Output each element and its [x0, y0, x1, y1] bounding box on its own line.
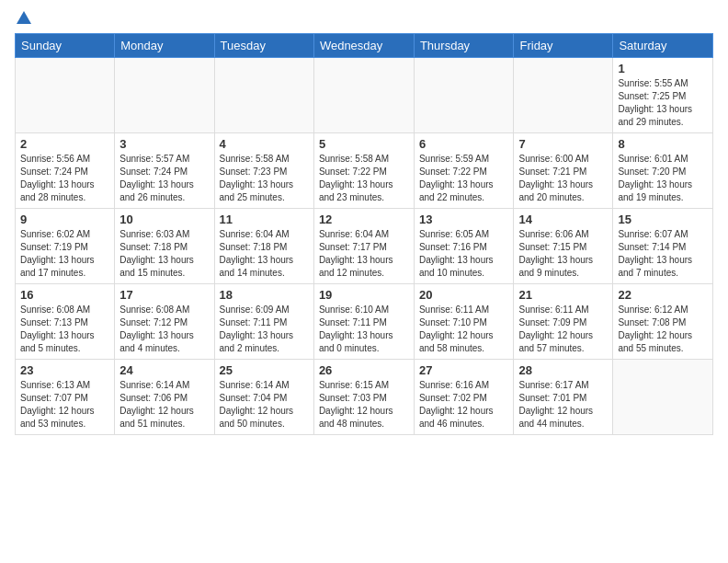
calendar-day-cell: 10Sunrise: 6:03 AM Sunset: 7:18 PM Dayli… [115, 209, 214, 284]
day-number: 8 [618, 137, 708, 151]
calendar-header-cell: Monday [115, 34, 214, 58]
day-number: 19 [319, 288, 409, 302]
calendar-day-cell: 12Sunrise: 6:04 AM Sunset: 7:17 PM Dayli… [313, 209, 414, 284]
day-info: Sunrise: 6:13 AM Sunset: 7:07 PM Dayligh… [20, 379, 109, 431]
day-number: 26 [319, 363, 409, 377]
day-number: 20 [419, 288, 509, 302]
day-number: 2 [20, 137, 109, 151]
calendar-day-cell: 11Sunrise: 6:04 AM Sunset: 7:18 PM Dayli… [214, 209, 313, 284]
calendar-day-cell [313, 58, 414, 133]
day-info: Sunrise: 5:58 AM Sunset: 7:23 PM Dayligh… [220, 153, 309, 204]
calendar-day-cell: 16Sunrise: 6:08 AM Sunset: 7:13 PM Dayli… [16, 284, 115, 360]
page: SundayMondayTuesdayWednesdayThursdayFrid… [0, 0, 728, 442]
calendar-day-cell [414, 58, 514, 133]
calendar-day-cell: 2Sunrise: 5:56 AM Sunset: 7:24 PM Daylig… [16, 133, 115, 209]
calendar-day-cell: 9Sunrise: 6:02 AM Sunset: 7:19 PM Daylig… [16, 209, 115, 284]
day-number: 13 [419, 213, 509, 226]
day-number: 18 [220, 288, 309, 302]
calendar-day-cell: 19Sunrise: 6:10 AM Sunset: 7:11 PM Dayli… [313, 284, 414, 360]
calendar-day-cell: 4Sunrise: 5:58 AM Sunset: 7:23 PM Daylig… [214, 133, 313, 209]
calendar-header-cell: Thursday [414, 34, 514, 58]
day-info: Sunrise: 6:06 AM Sunset: 7:15 PM Dayligh… [518, 228, 608, 280]
calendar-week-row: 16Sunrise: 6:08 AM Sunset: 7:13 PM Dayli… [16, 284, 713, 360]
calendar-body: 1Sunrise: 5:55 AM Sunset: 7:25 PM Daylig… [16, 58, 713, 435]
day-number: 3 [119, 137, 209, 151]
day-info: Sunrise: 6:08 AM Sunset: 7:12 PM Dayligh… [119, 304, 209, 355]
calendar-day-cell: 26Sunrise: 6:15 AM Sunset: 7:03 PM Dayli… [313, 360, 414, 435]
calendar-table: SundayMondayTuesdayWednesdayThursdayFrid… [15, 33, 713, 435]
calendar-week-row: 2Sunrise: 5:56 AM Sunset: 7:24 PM Daylig… [16, 133, 713, 209]
day-info: Sunrise: 6:15 AM Sunset: 7:03 PM Dayligh… [319, 379, 409, 431]
calendar-day-cell [115, 58, 214, 133]
day-number: 6 [419, 137, 509, 151]
day-number: 9 [20, 213, 109, 226]
day-info: Sunrise: 5:57 AM Sunset: 7:24 PM Dayligh… [119, 153, 209, 204]
calendar-day-cell [613, 360, 713, 435]
calendar-week-row: 1Sunrise: 5:55 AM Sunset: 7:25 PM Daylig… [16, 58, 713, 133]
header [15, 11, 713, 24]
calendar-week-row: 23Sunrise: 6:13 AM Sunset: 7:07 PM Dayli… [16, 360, 713, 435]
calendar-day-cell: 24Sunrise: 6:14 AM Sunset: 7:06 PM Dayli… [115, 360, 214, 435]
calendar-day-cell: 20Sunrise: 6:11 AM Sunset: 7:10 PM Dayli… [414, 284, 514, 360]
calendar-day-cell: 22Sunrise: 6:12 AM Sunset: 7:08 PM Dayli… [613, 284, 713, 360]
day-number: 16 [20, 288, 109, 302]
day-number: 25 [220, 363, 309, 377]
day-number: 24 [119, 363, 209, 377]
calendar-week-row: 9Sunrise: 6:02 AM Sunset: 7:19 PM Daylig… [16, 209, 713, 284]
day-number: 1 [618, 62, 708, 75]
calendar-day-cell [16, 58, 115, 133]
day-info: Sunrise: 6:12 AM Sunset: 7:08 PM Dayligh… [618, 304, 708, 355]
calendar-day-cell: 25Sunrise: 6:14 AM Sunset: 7:04 PM Dayli… [214, 360, 313, 435]
day-info: Sunrise: 5:59 AM Sunset: 7:22 PM Dayligh… [419, 153, 509, 204]
day-info: Sunrise: 6:04 AM Sunset: 7:18 PM Dayligh… [220, 228, 309, 280]
day-info: Sunrise: 6:01 AM Sunset: 7:20 PM Dayligh… [618, 153, 708, 204]
day-number: 15 [618, 213, 708, 226]
calendar-day-cell: 1Sunrise: 5:55 AM Sunset: 7:25 PM Daylig… [613, 58, 713, 133]
calendar-day-cell: 21Sunrise: 6:11 AM Sunset: 7:09 PM Dayli… [514, 284, 613, 360]
calendar-header-cell: Wednesday [313, 34, 414, 58]
day-number: 14 [518, 213, 608, 226]
day-number: 21 [518, 288, 608, 302]
day-info: Sunrise: 6:08 AM Sunset: 7:13 PM Dayligh… [20, 304, 109, 355]
calendar-header-cell: Tuesday [214, 34, 313, 58]
calendar-day-cell: 13Sunrise: 6:05 AM Sunset: 7:16 PM Dayli… [414, 209, 514, 284]
calendar-header-row: SundayMondayTuesdayWednesdayThursdayFrid… [16, 34, 713, 58]
day-info: Sunrise: 6:16 AM Sunset: 7:02 PM Dayligh… [419, 379, 509, 431]
day-number: 17 [119, 288, 209, 302]
calendar-day-cell [214, 58, 313, 133]
day-info: Sunrise: 5:58 AM Sunset: 7:22 PM Dayligh… [319, 153, 409, 204]
calendar-day-cell: 3Sunrise: 5:57 AM Sunset: 7:24 PM Daylig… [115, 133, 214, 209]
day-number: 7 [518, 137, 608, 151]
day-info: Sunrise: 6:03 AM Sunset: 7:18 PM Dayligh… [119, 228, 209, 280]
calendar-day-cell: 17Sunrise: 6:08 AM Sunset: 7:12 PM Dayli… [115, 284, 214, 360]
calendar-day-cell: 18Sunrise: 6:09 AM Sunset: 7:11 PM Dayli… [214, 284, 313, 360]
day-info: Sunrise: 6:07 AM Sunset: 7:14 PM Dayligh… [618, 228, 708, 280]
day-number: 5 [319, 137, 409, 151]
calendar-header-cell: Friday [514, 34, 613, 58]
day-info: Sunrise: 6:04 AM Sunset: 7:17 PM Dayligh… [319, 228, 409, 280]
calendar-day-cell: 5Sunrise: 5:58 AM Sunset: 7:22 PM Daylig… [313, 133, 414, 209]
day-info: Sunrise: 6:09 AM Sunset: 7:11 PM Dayligh… [220, 304, 309, 355]
day-info: Sunrise: 6:14 AM Sunset: 7:06 PM Dayligh… [119, 379, 209, 431]
day-number: 28 [518, 363, 608, 377]
day-number: 12 [319, 213, 409, 226]
day-info: Sunrise: 6:05 AM Sunset: 7:16 PM Dayligh… [419, 228, 509, 280]
day-info: Sunrise: 6:10 AM Sunset: 7:11 PM Dayligh… [319, 304, 409, 355]
logo [15, 11, 31, 24]
logo-triangle-icon [17, 11, 31, 24]
day-number: 23 [20, 363, 109, 377]
day-info: Sunrise: 6:11 AM Sunset: 7:10 PM Dayligh… [419, 304, 509, 355]
calendar-day-cell: 27Sunrise: 6:16 AM Sunset: 7:02 PM Dayli… [414, 360, 514, 435]
day-info: Sunrise: 6:11 AM Sunset: 7:09 PM Dayligh… [518, 304, 608, 355]
calendar-day-cell [514, 58, 613, 133]
calendar-header-cell: Sunday [16, 34, 115, 58]
calendar-day-cell: 8Sunrise: 6:01 AM Sunset: 7:20 PM Daylig… [613, 133, 713, 209]
calendar-day-cell: 28Sunrise: 6:17 AM Sunset: 7:01 PM Dayli… [514, 360, 613, 435]
day-info: Sunrise: 6:00 AM Sunset: 7:21 PM Dayligh… [518, 153, 608, 204]
day-info: Sunrise: 6:14 AM Sunset: 7:04 PM Dayligh… [220, 379, 309, 431]
day-info: Sunrise: 6:02 AM Sunset: 7:19 PM Dayligh… [20, 228, 109, 280]
day-number: 22 [618, 288, 708, 302]
calendar-day-cell: 15Sunrise: 6:07 AM Sunset: 7:14 PM Dayli… [613, 209, 713, 284]
day-info: Sunrise: 6:17 AM Sunset: 7:01 PM Dayligh… [518, 379, 608, 431]
calendar-day-cell: 14Sunrise: 6:06 AM Sunset: 7:15 PM Dayli… [514, 209, 613, 284]
